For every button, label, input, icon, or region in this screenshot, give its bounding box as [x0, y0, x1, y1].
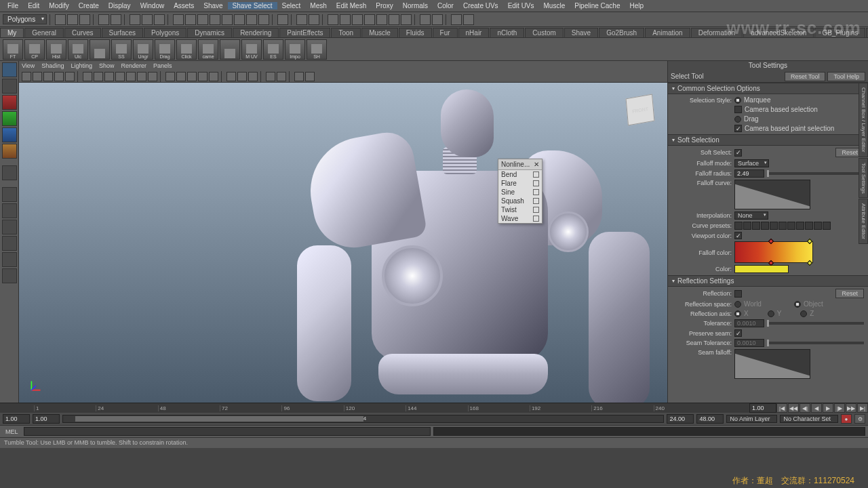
shelf-tab-go2brush[interactable]: Go2Brush	[599, 28, 644, 37]
section-soft-selection[interactable]: Soft Selection	[668, 134, 868, 146]
section-reflection[interactable]: Reflection Settings	[668, 275, 868, 287]
shelf-button-Ungr[interactable]: Ungr	[133, 39, 153, 60]
viewport-color-check[interactable]	[734, 232, 742, 239]
falloff-radius-input[interactable]: 2.49	[734, 169, 764, 178]
script-editor-icon[interactable]	[401, 14, 412, 25]
curve-preset-5[interactable]	[770, 222, 778, 230]
menu-edit-mesh[interactable]: Edit Mesh	[332, 2, 371, 9]
vp-2d-pan-icon[interactable]	[54, 72, 64, 81]
drag-radio[interactable]	[734, 116, 741, 123]
reflection-check[interactable]	[734, 290, 742, 298]
vp-render1-icon[interactable]	[294, 72, 304, 81]
render-settings-icon[interactable]	[309, 14, 319, 25]
curve-preset-6[interactable]	[778, 222, 787, 230]
layout-four-icon[interactable]	[432, 14, 443, 25]
menu-shave-select[interactable]: Shave Select	[228, 2, 277, 9]
shelf-tab-dynamics[interactable]: Dynamics	[187, 28, 232, 37]
vp-expose-icon[interactable]	[266, 72, 275, 81]
render-icon[interactable]	[277, 14, 288, 25]
menu-file[interactable]: File	[3, 2, 23, 9]
nonlinear-twist-optionbox[interactable]	[533, 207, 539, 213]
menu-display[interactable]: Display	[104, 2, 136, 9]
vp-grid-icon[interactable]	[83, 72, 92, 81]
menu-proxy[interactable]: Proxy	[371, 2, 398, 9]
shelf-button-Uic[interactable]: Uic	[68, 39, 88, 60]
reflection-reset-button[interactable]: Reset	[835, 289, 864, 298]
axis-x-radio[interactable]	[734, 310, 741, 317]
seam-tolerance-slider[interactable]	[767, 342, 864, 344]
shelf-tab-muscle[interactable]: Muscle	[361, 28, 398, 37]
menu-window[interactable]: Window	[136, 2, 170, 9]
save-scene-icon[interactable]	[79, 14, 90, 25]
tolerance-slider[interactable]	[767, 322, 864, 325]
go-end-button[interactable]: ▶|	[857, 403, 868, 413]
menu-help[interactable]: Help	[625, 2, 648, 9]
vp-film-gate-icon[interactable]	[94, 72, 103, 81]
step-back-key-button[interactable]: ◀◀	[788, 403, 799, 413]
menu-select[interactable]: Select	[277, 2, 306, 9]
hypershade-icon[interactable]	[328, 14, 338, 25]
shelf-tab-surfaces[interactable]: Surfaces	[102, 28, 143, 37]
scale-tool[interactable]	[2, 144, 17, 159]
section-common-selection[interactable]: Common Selection Options	[668, 83, 868, 94]
vp-image-plane-icon[interactable]	[43, 72, 53, 81]
lasso-tool[interactable]	[2, 79, 17, 94]
range-start-outer[interactable]: 1.00	[3, 414, 30, 424]
undo-icon[interactable]	[98, 14, 109, 25]
menu-modify[interactable]: Modify	[44, 2, 73, 9]
toggle-icon[interactable]	[246, 14, 257, 25]
shelf-button-CP[interactable]: CP	[24, 39, 45, 60]
shelf-tab-polygons[interactable]: Polygons	[144, 28, 186, 37]
layout-four-btn[interactable]	[2, 203, 17, 218]
nonlinear-flare-optionbox[interactable]	[533, 180, 539, 186]
nonlinear-sine-optionbox[interactable]	[533, 189, 539, 195]
seam-falloff-curve[interactable]	[734, 349, 810, 379]
range-end-outer[interactable]: 48.00	[696, 414, 724, 424]
lasso-icon[interactable]	[142, 14, 153, 25]
misc2-icon[interactable]	[463, 14, 474, 25]
layout-three-btn[interactable]	[2, 252, 17, 267]
cmd-language-label[interactable]: MEL	[3, 428, 21, 435]
snap-grid-icon[interactable]	[173, 14, 184, 25]
menu-muscle[interactable]: Muscle	[539, 2, 570, 9]
shelf-button-came[interactable]: came	[198, 39, 218, 60]
vp-menu-show[interactable]: Show	[99, 62, 115, 69]
vp-xray-icon[interactable]	[237, 72, 247, 81]
shelf-tab-rendering[interactable]: Rendering	[233, 28, 279, 37]
menu-normals[interactable]: Normals	[398, 2, 433, 9]
shelf-tab-ncloth[interactable]: nCloth	[490, 28, 524, 37]
viewcube[interactable]: FRONT	[626, 94, 655, 126]
snap-plane-icon[interactable]	[210, 14, 220, 25]
shelf-button-ES[interactable]: ES	[263, 39, 283, 60]
nonlinear-squash-optionbox[interactable]	[533, 198, 539, 204]
shelf-button-Drag[interactable]: Drag	[155, 39, 175, 60]
go-start-button[interactable]: |◀	[776, 403, 787, 413]
shelf-button-Hist[interactable]: Hist	[46, 39, 66, 60]
shelf-tab-nhair[interactable]: nHair	[458, 28, 490, 37]
move-tool[interactable]	[2, 111, 17, 126]
vp-menu-shading[interactable]: Shading	[41, 62, 64, 69]
menu-edit-uvs[interactable]: Edit UVs	[503, 2, 539, 9]
curve-preset-3[interactable]	[752, 222, 760, 230]
nonlinear-flare[interactable]: Flare	[498, 179, 542, 188]
render-view-icon[interactable]	[340, 14, 351, 25]
layout-single-icon[interactable]	[420, 14, 431, 25]
vp-render2-icon[interactable]	[305, 72, 315, 81]
autokey-button[interactable]: ●	[841, 414, 852, 424]
open-scene-icon[interactable]	[67, 14, 78, 25]
new-scene-icon[interactable]	[55, 14, 66, 25]
seam-tolerance-input[interactable]: 0.0010	[734, 339, 764, 347]
light-icon[interactable]	[352, 14, 363, 25]
vp-wireframe-icon[interactable]	[165, 72, 175, 81]
paint-select-icon[interactable]	[154, 14, 165, 25]
menu-assets[interactable]: Assets	[169, 2, 199, 9]
range-start-inner[interactable]: 1.00	[33, 414, 60, 424]
marquee-radio[interactable]	[734, 97, 741, 104]
dock-tab-tool-settings[interactable]: Tool Settings	[859, 158, 868, 199]
nonlinear-wave[interactable]: Wave	[498, 214, 542, 223]
paint-select-tool[interactable]	[2, 95, 17, 110]
menu-shave[interactable]: Shave	[199, 2, 227, 9]
vp-res-gate-icon[interactable]	[104, 72, 114, 81]
curve-preset-7[interactable]	[787, 222, 795, 230]
shelf-tab-painteffects[interactable]: PaintEffects	[279, 28, 330, 37]
